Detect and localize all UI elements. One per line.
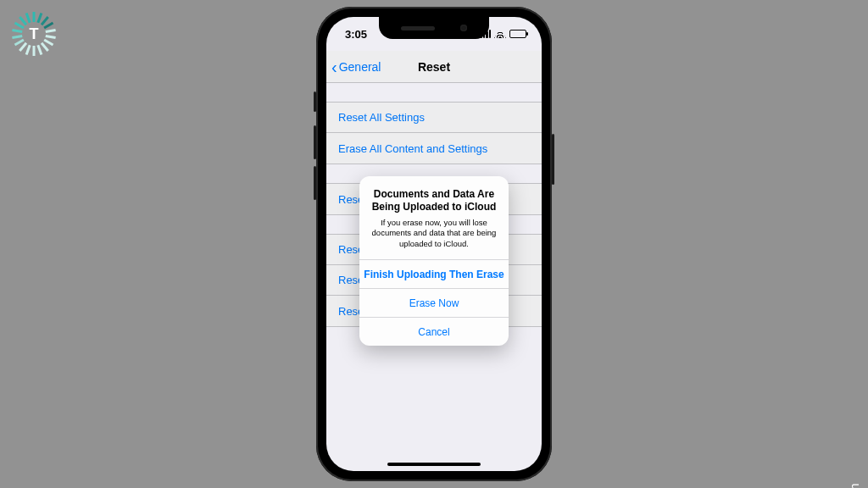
svg-rect-0 <box>33 12 36 22</box>
button-label: Erase Now <box>409 297 459 309</box>
speaker-grille <box>401 26 435 30</box>
svg-rect-7 <box>41 42 49 52</box>
svg-rect-12 <box>14 39 25 47</box>
svg-rect-10 <box>25 45 31 55</box>
svg-rect-3 <box>43 22 53 30</box>
svg-rect-5 <box>46 35 56 39</box>
svg-rect-9 <box>33 46 36 56</box>
front-camera <box>460 25 467 31</box>
button-label: Cancel <box>418 326 449 338</box>
icloud-upload-alert: Documents and Data Are Being Uploaded to… <box>359 176 509 346</box>
home-indicator[interactable] <box>387 463 481 466</box>
svg-rect-4 <box>46 29 56 33</box>
volume-up-button <box>314 125 316 159</box>
svg-rect-11 <box>19 42 27 52</box>
alert-title: Documents and Data Are Being Uploaded to… <box>370 188 498 214</box>
notch <box>379 17 489 39</box>
volume-down-button <box>314 166 316 200</box>
svg-rect-1 <box>36 13 42 23</box>
svg-rect-2 <box>41 16 49 25</box>
phone-screen: 3:05 ‹ General Reset Reset All Settings <box>326 17 542 471</box>
finish-uploading-button[interactable]: Finish Uploading Then Erase <box>359 259 509 288</box>
brand-logo: T <box>10 10 58 58</box>
button-label: Finish Uploading Then Erase <box>364 269 504 280</box>
svg-rect-13 <box>12 35 22 39</box>
svg-rect-8 <box>36 45 42 55</box>
power-button <box>552 134 554 185</box>
brand-logo-letter: T <box>30 25 39 43</box>
svg-rect-17 <box>25 13 31 23</box>
alert-header: Documents and Data Are Being Uploaded to… <box>359 176 509 259</box>
svg-rect-16 <box>19 16 27 25</box>
svg-rect-15 <box>14 22 25 30</box>
watermark-text: www.techietech.tech <box>847 483 861 488</box>
phone-frame: 3:05 ‹ General Reset Reset All Settings <box>316 7 552 481</box>
erase-now-button[interactable]: Erase Now <box>359 288 509 317</box>
alert-message: If you erase now, you will lose document… <box>370 218 498 249</box>
svg-rect-14 <box>12 29 22 33</box>
modal-overlay: Documents and Data Are Being Uploaded to… <box>326 17 542 471</box>
cancel-button[interactable]: Cancel <box>359 317 509 346</box>
svg-rect-6 <box>43 39 53 47</box>
